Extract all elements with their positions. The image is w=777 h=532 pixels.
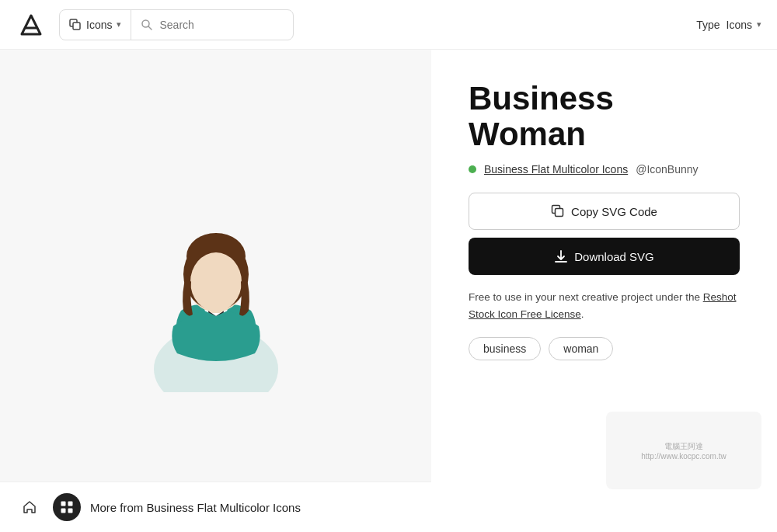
svg-rect-12 xyxy=(556,209,563,217)
chevron-down-icon: ▾ xyxy=(117,19,121,30)
svg-rect-16 xyxy=(61,509,66,513)
bottom-bar: More from Business Flat Multicolor Icons xyxy=(0,482,431,532)
author-handle[interactable]: @IconBunny xyxy=(636,163,698,176)
type-value: Icons xyxy=(726,19,752,31)
type-label: Type xyxy=(696,19,720,31)
download-svg-label: Download SVG xyxy=(574,250,654,263)
tag-button[interactable]: woman xyxy=(549,337,613,360)
icons-grid-icon xyxy=(60,500,74,514)
download-icon xyxy=(554,249,568,263)
search-input[interactable] xyxy=(159,19,284,31)
type-chevron-icon: ▾ xyxy=(757,19,761,30)
home-icon xyxy=(22,499,37,515)
type-dropdown[interactable]: Icons ▾ xyxy=(726,19,761,31)
logo[interactable] xyxy=(16,9,47,40)
left-panel xyxy=(0,50,431,532)
svg-line-4 xyxy=(148,26,152,30)
copy-svg-button[interactable]: Copy SVG Code xyxy=(469,193,740,230)
icons-nav-icon xyxy=(69,19,82,31)
icons-dropdown[interactable]: Icons ▾ xyxy=(60,10,131,40)
svg-rect-15 xyxy=(68,502,73,506)
svg-rect-17 xyxy=(68,509,73,513)
tag-button[interactable]: business xyxy=(469,337,541,360)
copy-icon xyxy=(551,204,565,218)
icons-bottom-button[interactable] xyxy=(53,493,81,521)
icon-preview xyxy=(115,190,317,392)
icon-title: Business Woman xyxy=(469,81,740,152)
svg-point-10 xyxy=(190,252,242,311)
search-bar: Icons ▾ xyxy=(59,9,294,40)
more-from-label: More from Business Flat Multicolor Icons xyxy=(90,501,301,514)
home-button[interactable] xyxy=(16,493,44,521)
status-dot xyxy=(469,165,476,173)
tags-container: businesswoman xyxy=(469,337,740,360)
icons-dropdown-label: Icons xyxy=(86,19,112,31)
download-svg-button[interactable]: Download SVG xyxy=(469,238,740,275)
svg-rect-2 xyxy=(73,23,80,30)
search-icon xyxy=(141,19,153,31)
watermark: 電腦王阿達http://www.kocpc.com.tw xyxy=(606,412,761,489)
collection-link[interactable]: Business Flat Multicolor Icons xyxy=(484,163,628,176)
license-text: Free to use in your next creative projec… xyxy=(469,289,740,322)
icon-meta: Business Flat Multicolor Icons @IconBunn… xyxy=(469,163,740,176)
copy-svg-label: Copy SVG Code xyxy=(571,205,657,218)
search-input-wrap xyxy=(131,19,293,31)
header-right: Type Icons ▾ xyxy=(696,19,761,31)
svg-rect-14 xyxy=(61,502,66,506)
header: Icons ▾ Type Icons ▾ xyxy=(0,0,777,50)
